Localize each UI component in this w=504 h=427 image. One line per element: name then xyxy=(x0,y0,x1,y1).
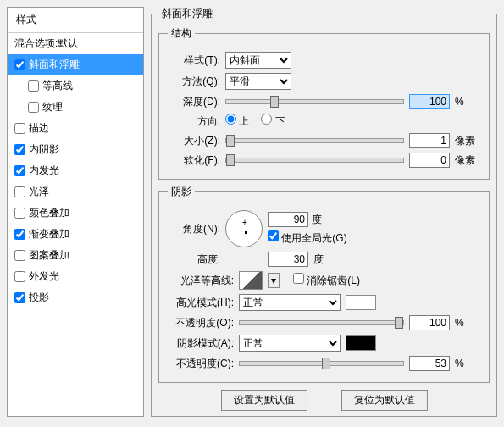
sidebar-item-6[interactable]: 内发光 xyxy=(8,160,143,181)
sidebar-header: 样式 xyxy=(8,8,143,33)
shadow-opacity-unit: % xyxy=(455,358,480,369)
method-label: 方法(Q): xyxy=(168,75,220,89)
sidebar-check-5[interactable] xyxy=(14,144,25,155)
soften-input[interactable] xyxy=(409,152,450,168)
shadow-color[interactable] xyxy=(346,336,376,351)
sidebar-item-5[interactable]: 内阴影 xyxy=(8,139,143,160)
highlight-mode-label: 高光模式(H): xyxy=(168,296,234,310)
panel-fieldset: 斜面和浮雕 结构 样式(T): 内斜面 方法(Q): 平滑 深度(D): % xyxy=(151,7,497,417)
direction-down[interactable]: 下 xyxy=(261,114,285,129)
sidebar-item-7[interactable]: 光泽 xyxy=(8,181,143,202)
soften-unit: 像素 xyxy=(455,153,480,168)
global-light-check[interactable]: 使用全局光(G) xyxy=(268,230,347,246)
shadow-mode-select[interactable]: 正常 xyxy=(239,335,341,352)
sidebar-item-4[interactable]: 描边 xyxy=(8,118,143,139)
shadow-opacity-slider[interactable] xyxy=(239,361,404,366)
highlight-opacity-unit: % xyxy=(455,317,480,329)
sidebar-item-label: 外发光 xyxy=(29,269,59,284)
sidebar-item-label: 投影 xyxy=(29,291,49,305)
sidebar-item-label: 混合选项:默认 xyxy=(14,36,78,51)
sidebar-check-12[interactable] xyxy=(14,292,25,303)
highlight-color[interactable] xyxy=(346,295,376,310)
structure-group: 结构 样式(T): 内斜面 方法(Q): 平滑 深度(D): % 方向: xyxy=(158,26,490,180)
angle-label: 角度(N): xyxy=(168,222,220,236)
depth-input[interactable] xyxy=(409,94,450,109)
style-select[interactable]: 内斜面 xyxy=(225,52,291,69)
shadow-opacity-input[interactable] xyxy=(409,356,450,371)
sidebar-item-3[interactable]: 纹理 xyxy=(8,97,143,118)
size-input[interactable] xyxy=(409,133,450,148)
size-slider[interactable] xyxy=(225,138,404,143)
contour-swatch[interactable] xyxy=(239,271,263,290)
method-select[interactable]: 平滑 xyxy=(225,73,291,90)
styles-sidebar: 样式 混合选项:默认斜面和浮雕等高线纹理描边内阴影内发光光泽颜色叠加渐变叠加图案… xyxy=(7,7,144,417)
sidebar-item-1[interactable]: 斜面和浮雕 xyxy=(8,54,143,75)
sidebar-check-4[interactable] xyxy=(14,123,25,134)
shadow-mode-label: 阴影模式(A): xyxy=(168,336,234,351)
sidebar-item-label: 内阴影 xyxy=(29,142,59,157)
sidebar-check-11[interactable] xyxy=(14,271,25,282)
sidebar-check-10[interactable] xyxy=(14,250,25,261)
sidebar-item-label: 等高线 xyxy=(42,79,73,93)
angle-dial[interactable]: + xyxy=(225,210,263,247)
sidebar-item-label: 描边 xyxy=(29,121,49,136)
sidebar-check-9[interactable] xyxy=(14,229,25,240)
shadow-opacity-label: 不透明度(C): xyxy=(168,357,234,371)
altitude-label: 高度: xyxy=(168,252,220,267)
contour-dropdown[interactable]: ▾ xyxy=(268,273,280,288)
sidebar-item-label: 内发光 xyxy=(29,164,59,178)
sidebar-item-2[interactable]: 等高线 xyxy=(8,75,143,97)
sidebar-check-2[interactable] xyxy=(28,80,39,92)
shading-group: 阴影 角度(N): + 度 使用全局光(G) 高度: xyxy=(158,185,490,383)
sidebar-check-3[interactable] xyxy=(28,102,39,113)
sidebar-item-label: 渐变叠加 xyxy=(29,227,69,241)
set-default-button[interactable]: 设置为默认值 xyxy=(221,390,307,411)
soften-label: 软化(F): xyxy=(168,153,220,168)
highlight-mode-select[interactable]: 正常 xyxy=(239,294,341,311)
sidebar-item-9[interactable]: 渐变叠加 xyxy=(8,224,143,245)
sidebar-item-10[interactable]: 图案叠加 xyxy=(8,245,143,266)
highlight-opacity-slider[interactable] xyxy=(239,320,404,325)
highlight-opacity-input[interactable] xyxy=(409,315,450,330)
shading-legend: 阴影 xyxy=(168,185,195,199)
panel-title: 斜面和浮雕 xyxy=(158,7,216,21)
depth-slider[interactable] xyxy=(225,99,404,104)
angle-unit: 度 xyxy=(312,213,322,227)
structure-legend: 结构 xyxy=(168,26,195,41)
reset-default-button[interactable]: 复位为默认值 xyxy=(341,390,428,411)
soften-slider[interactable] xyxy=(225,158,404,163)
sidebar-item-label: 颜色叠加 xyxy=(29,206,69,220)
sidebar-item-label: 光泽 xyxy=(29,185,49,199)
sidebar-item-label: 纹理 xyxy=(42,100,63,114)
sidebar-check-7[interactable] xyxy=(14,186,25,197)
depth-label: 深度(D): xyxy=(168,95,220,109)
size-label: 大小(Z): xyxy=(168,134,220,148)
sidebar-item-label: 斜面和浮雕 xyxy=(29,58,80,72)
sidebar-check-8[interactable] xyxy=(14,208,25,219)
size-unit: 像素 xyxy=(455,134,480,148)
direction-up[interactable]: 上 xyxy=(225,114,249,129)
antialias-check[interactable]: 消除锯齿(L) xyxy=(293,273,360,288)
altitude-input[interactable] xyxy=(268,252,308,267)
sidebar-item-label: 图案叠加 xyxy=(29,248,69,263)
altitude-unit: 度 xyxy=(313,252,324,267)
highlight-opacity-label: 不透明度(O): xyxy=(168,316,234,330)
sidebar-item-0[interactable]: 混合选项:默认 xyxy=(8,33,143,54)
angle-input[interactable] xyxy=(268,212,308,227)
sidebar-item-11[interactable]: 外发光 xyxy=(8,266,143,287)
sidebar-check-1[interactable] xyxy=(14,59,25,70)
main-panel: 斜面和浮雕 结构 样式(T): 内斜面 方法(Q): 平滑 深度(D): % xyxy=(151,7,497,417)
sidebar-item-12[interactable]: 投影 xyxy=(8,287,143,308)
sidebar-item-8[interactable]: 颜色叠加 xyxy=(8,202,143,224)
style-label: 样式(T): xyxy=(168,53,220,68)
depth-unit: % xyxy=(455,96,480,108)
sidebar-check-6[interactable] xyxy=(14,165,25,176)
contour-label: 光泽等高线: xyxy=(168,274,234,288)
direction-label: 方向: xyxy=(168,114,220,129)
